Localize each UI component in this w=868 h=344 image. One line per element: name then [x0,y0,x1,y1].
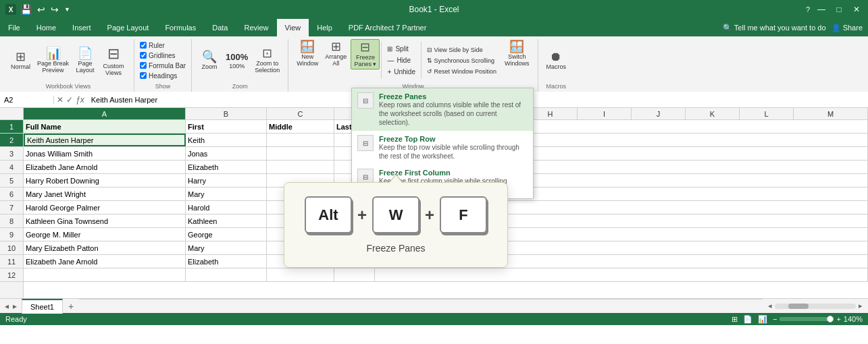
freeze-panes-btn[interactable]: ⊟ FreezePanes ▾ [351,39,380,69]
new-window-btn[interactable]: 🪟 NewWindow [294,39,321,68]
add-sheet-btn[interactable]: + [63,299,79,313]
tab-formulas[interactable]: Formulas [157,19,204,36]
page-break-view-btn[interactable]: 📊 [758,315,767,324]
cancel-formula-icon[interactable]: ✕ [57,95,63,105]
headings-check[interactable] [140,72,147,79]
cell-B5[interactable]: Harry [186,174,267,187]
cell-B8[interactable]: Kathleen [186,214,267,227]
share-btn[interactable]: 👤 Share [832,24,863,32]
ruler-checkbox[interactable]: Ruler [140,41,165,50]
confirm-formula-icon[interactable]: ✓ [66,95,73,105]
cell-A3[interactable]: Jonas William Smith [24,147,186,160]
cell-C2[interactable] [267,134,334,146]
cell-C1[interactable]: Middle [267,120,334,133]
cell-D12[interactable] [334,268,375,281]
row-num-11[interactable]: 11 [0,255,23,268]
tab-file[interactable]: File [0,19,28,36]
formula-bar-checkbox[interactable]: Formula Bar [140,61,186,70]
custom-views-btn[interactable]: ⊟ CustomViews [99,40,128,81]
cell-B11[interactable]: Elizabeth [186,255,267,268]
row-num-7[interactable]: 7 [0,201,23,214]
formula-bar-check[interactable] [140,62,147,69]
zoom-out-btn[interactable]: − [773,315,777,323]
col-header-M[interactable]: M [794,108,868,119]
cell-A5[interactable]: Harry Robert Downing [24,174,186,187]
tab-pdf[interactable]: PDF Architect 7 Partner [340,19,435,36]
ruler-check[interactable] [140,42,147,49]
tab-review[interactable]: Review [236,19,276,36]
switch-windows-btn[interactable]: 🪟 SwitchWindows [502,39,532,68]
cell-A4[interactable]: Elizabeth Jane Arnold [24,161,186,173]
cell-B1[interactable]: First [186,120,267,133]
horizontal-scrollbar[interactable] [775,304,856,309]
cell-B6[interactable]: Mary [186,188,267,200]
tab-page-layout[interactable]: Page Layout [99,19,157,36]
row-num-10[interactable]: 10 [0,241,23,255]
col-header-C[interactable]: C [267,108,334,119]
freeze-panes-option[interactable]: ⊟ Freeze Panes Keep rows and columns vis… [352,88,533,131]
close-btn[interactable]: ✕ [850,3,863,16]
row-num-3[interactable]: 3 [0,147,23,161]
zoom-btn[interactable]: 🔍 Zoom [197,49,222,71]
col-header-B[interactable]: B [186,108,267,119]
headings-checkbox[interactable]: Headings [140,71,177,80]
row-num-9[interactable]: 9 [0,228,23,241]
cell-B10[interactable]: Mary [186,241,267,254]
cell-A2[interactable]: Keith Austen Harper [24,134,186,146]
zoom-in-btn[interactable]: + [836,315,840,323]
col-header-A[interactable]: A [24,108,186,119]
tab-insert[interactable]: Insert [64,19,99,36]
cell-B12[interactable] [186,268,267,281]
page-layout-btn[interactable]: 📄 PageLayout [73,46,97,75]
split-btn[interactable]: ⊞ Split [383,44,419,54]
cell-A9[interactable]: George M. Miller [24,228,186,241]
row-num-6[interactable]: 6 [0,188,23,201]
col-header-L[interactable]: L [740,108,794,119]
hide-btn[interactable]: — Hide [383,55,419,65]
cell-A1[interactable]: Full Name [24,120,186,133]
page-break-btn[interactable]: 📊 Page BreakPreview [34,46,72,75]
tab-home[interactable]: Home [28,19,64,36]
cell-C4[interactable] [267,161,334,173]
cell-B9[interactable]: George [186,228,267,241]
page-layout-view-btn[interactable]: 📄 [743,315,752,324]
restore-btn[interactable]: □ [833,3,845,16]
unhide-btn[interactable]: + Unhide [383,67,419,77]
zoom-selection-btn[interactable]: ⊡ Zoom toSelection [252,46,282,75]
cell-B7[interactable]: Harold [186,201,267,214]
cell-A11[interactable]: Elizabeth Jane Arnold [24,255,186,268]
scroll-left-btn[interactable]: ◂ [768,302,772,310]
cell-A10[interactable]: Mary Elizabeth Patton [24,241,186,254]
prev-sheet-btn[interactable]: ◂ [3,302,11,311]
col-header-J[interactable]: J [632,108,686,119]
row-num-8[interactable]: 8 [0,214,23,228]
cell-A6[interactable]: Mary Janet Wright [24,188,186,200]
minimize-btn[interactable]: — [815,3,827,16]
undo-btn[interactable]: ↩ [36,4,47,15]
cell-B4[interactable]: Elizabeth [186,161,267,173]
normal-view-btn[interactable]: ⊞ [732,315,738,324]
cell-reference-box[interactable]: A2 [0,96,54,104]
cell-A7[interactable]: Harold George Palmer [24,201,186,214]
normal-btn[interactable]: ⊞ Normal [8,49,33,71]
cell-B3[interactable]: Jonas [186,147,267,160]
freeze-top-row-option[interactable]: ⊟ Freeze Top Row Keep the top row visibl… [352,131,533,165]
cell-C3[interactable] [267,147,334,160]
macros-btn[interactable]: ⏺ Macros [544,49,569,71]
tab-data[interactable]: Data [204,19,236,36]
insert-function-icon[interactable]: ƒx [76,95,84,105]
search-box[interactable]: 🔍 Tell me what you want to do [723,24,826,32]
help-icon[interactable]: ? [806,5,810,13]
cell-E12[interactable] [375,268,868,281]
row-num-1[interactable]: 1 [0,120,23,134]
col-header-I[interactable]: I [578,108,632,119]
tab-help[interactable]: Help [309,19,340,36]
redo-btn[interactable]: ↪ [49,4,60,15]
save-btn[interactable]: 💾 [19,4,33,15]
gridlines-checkbox[interactable]: Gridlines [140,51,175,60]
cell-C12[interactable] [267,268,334,281]
arrange-all-btn[interactable]: ⊞ ArrangeAll [322,39,349,68]
row-num-12[interactable]: 12 [0,268,23,282]
reset-window-btn[interactable]: ↺ Reset Window Position [423,67,501,76]
row-num-5[interactable]: 5 [0,174,23,188]
